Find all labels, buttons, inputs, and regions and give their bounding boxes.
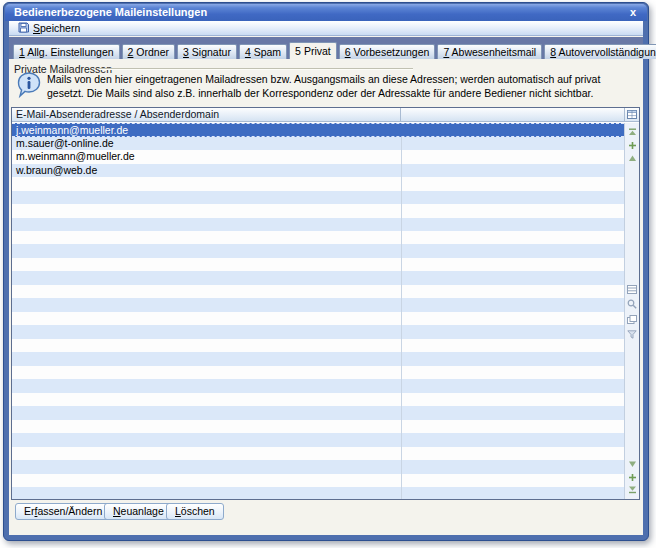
column-chooser-icon (627, 110, 637, 119)
tab-strip: 1 Allg. Einstellungen 2 Ordner 3 Signatu… (9, 37, 643, 59)
scroll-down-icon[interactable] (625, 458, 639, 470)
insert-row-bottom-icon[interactable] (625, 471, 639, 483)
card-view-icon[interactable] (625, 313, 639, 325)
grid-header-row: E-Mail-Absenderadresse / Absenderdomain (12, 108, 624, 122)
tab-signatur[interactable]: 3 Signatur (177, 44, 237, 59)
tab-privat[interactable]: 5 Privat (289, 42, 337, 59)
grid-body: j.weinmann@mueller.de m.sauer@t-online.d… (12, 123, 624, 499)
save-label-mnemonic: S (33, 22, 40, 34)
grid-navigator-strip (624, 123, 639, 499)
toolbar: Speichern (9, 21, 643, 36)
grid-view-icon[interactable] (625, 283, 639, 295)
info-text-line1: Mails von den hier eingetragenen Mailadr… (47, 73, 607, 87)
info-icon (17, 72, 41, 103)
filter-icon[interactable] (625, 328, 639, 340)
info-text: Mails von den hier eingetragenen Mailadr… (47, 73, 607, 100)
erfassen-aendern-button[interactable]: Erfassen/Ändern (15, 503, 111, 520)
dialog-window: Bedienerbezogene Maileinstellungen x Spe… (3, 2, 649, 541)
loeschen-button[interactable]: Löschen (166, 503, 224, 520)
email-grid: E-Mail-Absenderadresse / Absenderdomain … (11, 107, 640, 500)
tab-abwesenheitsmail[interactable]: 7 Abwesenheitsmail (437, 44, 542, 59)
title-bar: Bedienerbezogene Maileinstellungen x (5, 4, 647, 21)
grid-column-divider (401, 123, 402, 499)
search-icon[interactable] (625, 298, 639, 310)
button-row: Erfassen/Ändern Neuanlage Löschen (9, 503, 643, 523)
window-title: Bedienerbezogene Maileinstellungen (14, 6, 207, 18)
close-button[interactable]: x (630, 5, 636, 20)
grid-header-email-column[interactable]: E-Mail-Absenderadresse / Absenderdomain (12, 108, 401, 122)
save-label: peichern (40, 22, 80, 34)
scroll-up-icon[interactable] (625, 152, 639, 164)
tab-autovervollstaendigung[interactable]: 8 Autovervollständigung (544, 44, 656, 59)
tab-vorbesetzungen[interactable]: 6 Vorbesetzungen (339, 44, 436, 59)
grid-row[interactable]: m.weinmann@mueller.de (12, 150, 624, 164)
tab-allg-einstellungen[interactable]: 1 Allg. Einstellungen (13, 44, 120, 59)
dialog-client-area: Speichern 1 Allg. Einstellungen 2 Ordner… (9, 21, 643, 535)
neuanlage-button[interactable]: Neuanlage (104, 503, 173, 520)
grid-row-selected[interactable]: j.weinmann@mueller.de (12, 123, 624, 137)
tab-spam[interactable]: 4 Spam (239, 44, 287, 59)
column-chooser-button[interactable] (624, 108, 639, 122)
tab-page-privat: Private Mailadressen Mails von den hier … (9, 59, 643, 535)
save-icon (18, 22, 29, 35)
insert-row-top-icon[interactable] (625, 139, 639, 151)
info-text-line2: gesetzt. Die Mails sind also z.B. innerh… (47, 87, 607, 101)
save-button[interactable]: Speichern (14, 21, 84, 35)
tab-ordner[interactable]: 2 Ordner (122, 44, 175, 59)
scroll-to-bottom-icon[interactable] (625, 484, 639, 496)
group-divider (99, 68, 413, 70)
scroll-to-top-icon[interactable] (625, 126, 639, 138)
grid-row[interactable]: w.braun@web.de (12, 164, 624, 178)
grid-row[interactable]: m.sauer@t-online.de (12, 137, 624, 151)
